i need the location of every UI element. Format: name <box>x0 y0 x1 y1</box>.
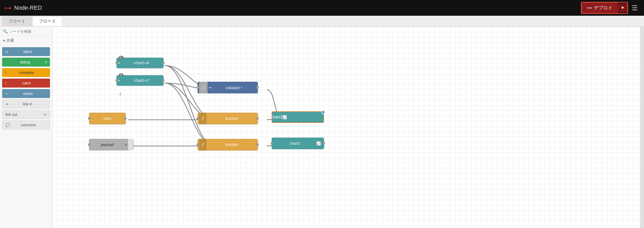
canvas-area[interactable]: 1 ≡ chart0-s6 1 ≡ chart0-s7 -1 □ ⇒ initi… <box>52 27 640 228</box>
node-status[interactable]: ⁓ status <box>2 89 50 98</box>
dot-chart1 <box>321 110 325 114</box>
inject-icon: ⇒ <box>5 50 8 54</box>
port-left-chart2 <box>271 142 273 145</box>
port-right-chart0-s6 <box>162 62 165 64</box>
complete-icon: ! <box>5 70 6 75</box>
node-catch[interactable]: ! catch <box>2 79 50 88</box>
node-complete[interactable]: ! complete <box>2 68 50 77</box>
square-icon: □ <box>202 85 205 90</box>
header: ⊶ Node-RED ⊶ デプロイ ▼ ☰ <box>0 0 644 16</box>
port-right-function1 <box>256 117 259 120</box>
scrollbar-right[interactable] <box>640 27 644 228</box>
port-left-ction <box>88 117 91 120</box>
node-link-out[interactable]: link out ⇒ <box>2 110 50 119</box>
f-icon-2: ƒ <box>202 142 204 147</box>
port-left-initialize <box>197 86 199 89</box>
node-inject[interactable]: ⇒ inject <box>2 47 50 56</box>
node-comment[interactable]: 💬 comment <box>2 121 50 129</box>
node-link-in[interactable]: ⇒ link in <box>2 100 50 108</box>
connections-svg <box>52 27 640 228</box>
chevron-down-icon: ▾ <box>3 39 5 43</box>
port-right-chart2 <box>322 142 325 145</box>
link-in-icon: ⇒ <box>5 102 9 106</box>
node-chart1[interactable]: chart1 📈 <box>272 111 324 123</box>
badge-chart0-s6: 1 <box>119 56 124 59</box>
main-area: 🔍 ▾ 共通 ⇒ inject debug ≡ ! complete <box>0 27 644 228</box>
tab-flow2[interactable]: フロー２ <box>32 16 62 26</box>
minus-one-label: -1 <box>118 92 121 96</box>
header-left: ⊶ Node-RED <box>4 4 42 12</box>
header-right: ⊶ デプロイ ▼ ☰ <box>581 2 640 14</box>
port-left-payload <box>88 143 91 146</box>
node-payload[interactable]: payload ≡ <box>89 139 133 150</box>
tab-bar: フロー１ フロー２ <box>0 16 644 27</box>
node-chart2[interactable]: chart2 📈 <box>272 138 324 149</box>
port-right-initialize <box>256 86 259 89</box>
search-box: 🔍 <box>0 27 52 36</box>
catch-icon: ! <box>5 81 6 85</box>
node-initialize[interactable]: □ ⇒ initialize ¹ <box>198 82 258 93</box>
node-function2[interactable]: ƒ function <box>198 139 258 150</box>
port-left-function1 <box>197 117 199 120</box>
port-left-chart0-s6 <box>115 62 118 64</box>
port-right-ction <box>124 117 127 120</box>
port-right-chart0-s7 <box>162 79 165 82</box>
link-out-icon: ⇒ <box>43 112 47 117</box>
chart-icon-2: 📈 <box>316 141 322 145</box>
node-chart0-s6[interactable]: 1 ≡ chart0-s6 <box>116 58 164 68</box>
port-left-chart0-s7 <box>115 79 118 82</box>
deploy-icon: ⊶ <box>587 5 592 11</box>
chart-icon-1: 📈 <box>282 115 288 119</box>
node-list: ⇒ inject debug ≡ ! complete ! catch ⁓ <box>0 47 52 132</box>
hamburger-menu-button[interactable]: ☰ <box>630 2 640 14</box>
sidebar: 🔍 ▾ 共通 ⇒ inject debug ≡ ! complete <box>0 27 52 228</box>
port-right-function2 <box>256 143 259 146</box>
node-function1[interactable]: ƒ function <box>198 113 258 124</box>
table-icon-s6: ≡ <box>118 61 120 65</box>
debug-menu-icon: ≡ <box>45 60 47 64</box>
sidebar-section-title[interactable]: ▾ 共通 <box>3 38 49 43</box>
deploy-button[interactable]: ⊶ デプロイ <box>582 3 618 13</box>
f-icon-1: ƒ <box>202 116 204 121</box>
status-icon: ⁓ <box>5 91 9 96</box>
menu-icon-payload: ≡ <box>124 143 128 147</box>
deploy-dropdown-button[interactable]: ▼ <box>618 3 627 12</box>
node-red-logo-icon: ⊶ <box>4 4 12 12</box>
node-chart0-s7[interactable]: 1 ≡ chart0-s7 <box>116 75 164 86</box>
sidebar-section-common: ▾ 共通 <box>0 36 52 47</box>
tab-flow1[interactable]: フロー１ <box>2 16 32 26</box>
arrow-icon: ⇒ <box>209 85 212 90</box>
table-icon-s7: ≡ <box>118 79 120 83</box>
search-icon: 🔍 <box>3 29 8 34</box>
deploy-button-wrapper: ⊶ デプロイ ▼ <box>581 2 628 14</box>
app-title: Node-RED <box>14 4 42 11</box>
node-debug[interactable]: debug ≡ <box>2 58 50 67</box>
badge-chart0-s7: 1 <box>119 73 124 77</box>
search-input[interactable] <box>9 29 49 34</box>
comment-icon: 💬 <box>5 123 10 127</box>
node-ction[interactable]: ction <box>89 113 126 124</box>
port-left-function2 <box>197 143 199 146</box>
